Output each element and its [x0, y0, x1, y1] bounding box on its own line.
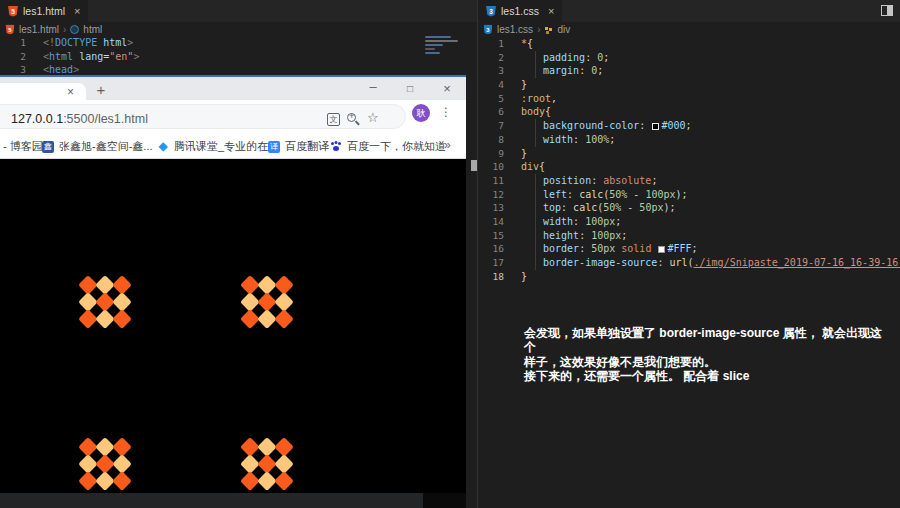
code-line[interactable]: 7background-color: #000; [478, 119, 900, 133]
left-breadcrumb: 5 les1.html › html [0, 22, 478, 36]
line-number: 17 [478, 256, 504, 270]
browser-titlebar[interactable]: × + – □ × [0, 77, 466, 100]
indent-guide [521, 133, 543, 147]
right-tab-bar: 3 les1.css × [478, 0, 900, 22]
line-number: 18 [478, 270, 504, 284]
split-editor-icon[interactable] [881, 5, 893, 16]
minimap[interactable] [425, 36, 463, 68]
breadcrumb-file[interactable]: les1.html [19, 24, 59, 35]
chevron-right-icon: › [63, 24, 66, 35]
browser-toolbar: 127.0.0.1:5500/les1.html 文 ☆ 耿 ⋮ [0, 100, 466, 133]
star-icon[interactable]: ☆ [367, 110, 379, 125]
scrollbar-thumb[interactable] [471, 160, 477, 171]
tab-les1-html[interactable]: 5 les1.html × [0, 0, 88, 22]
diamond [112, 471, 132, 491]
bookmark-label: 百度一下，你就知道 [347, 139, 446, 154]
chevron-right-icon: › [537, 24, 540, 35]
css-code-editor[interactable]: 1*{2padding: 0;3margin: 0;4}5:root,6body… [478, 37, 900, 287]
menu-dots-icon[interactable]: ⋮ [440, 105, 452, 119]
code-line[interactable]: 8width: 100%; [478, 133, 900, 147]
address-bar[interactable]: 127.0.0.1:5500/les1.html 文 ☆ [0, 104, 406, 129]
code-line[interactable]: 4} [478, 78, 900, 92]
bookmark-item[interactable]: 译百度翻译 [268, 139, 329, 154]
indent-guide [521, 51, 543, 65]
editor-divider[interactable] [477, 0, 478, 508]
tab-label: les1.html [23, 5, 65, 17]
line-number: 5 [478, 92, 504, 106]
code-line[interactable]: 17border-image-source: url(./img/Snipast… [478, 256, 900, 270]
annotation-line: 会发现，如果单独设置了 border-image-source 属性， 就会出现… [524, 326, 884, 355]
code-line[interactable]: 3margin: 0; [478, 64, 900, 78]
close-window-icon[interactable]: × [440, 79, 454, 99]
zoom-icon[interactable] [347, 113, 356, 122]
line-number: 4 [478, 78, 504, 92]
close-tab-icon[interactable]: × [67, 85, 74, 99]
close-tab-icon[interactable]: × [74, 5, 80, 17]
breadcrumb-symbol[interactable]: html [83, 24, 102, 35]
translate-icon[interactable]: 文 [327, 113, 340, 126]
indent-guide [521, 119, 543, 133]
bookmark-item[interactable]: 百度一下，你就知道 [330, 139, 446, 154]
tab-label: les1.css [501, 5, 539, 17]
code-line[interactable]: 12left: calc(50% - 100px); [478, 188, 900, 202]
indent-guide [521, 229, 543, 243]
line-number: 2 [478, 51, 504, 65]
horizontal-scrollbar[interactable] [0, 493, 423, 508]
maximize-icon[interactable]: □ [403, 79, 417, 99]
border-image-corner-cluster [78, 275, 132, 329]
code-line[interactable]: 1<!DOCTYPE html> [0, 36, 478, 50]
diamond [274, 471, 294, 491]
bookmark-item[interactable]: - 博客园 [3, 139, 43, 154]
left-code-editor[interactable]: 1<!DOCTYPE html>2<html lang="en">3<head> [0, 36, 478, 78]
html-file-icon: 5 [8, 6, 18, 17]
new-tab-button[interactable]: + [92, 81, 110, 99]
breadcrumb-symbol[interactable]: div [557, 24, 570, 35]
browser-window: × + – □ × 127.0.0.1:5500/les1.html 文 ☆ 耿… [0, 75, 466, 508]
code-line[interactable]: 2padding: 0; [478, 51, 900, 65]
url-text[interactable]: 127.0.0.1:5500/les1.html [11, 112, 148, 126]
code-line[interactable]: 9} [478, 147, 900, 161]
line-number: 1 [0, 36, 26, 50]
code-line[interactable]: 2<html lang="en"> [0, 50, 478, 64]
code-line[interactable]: 18} [478, 270, 900, 284]
fanyi-favicon-icon: 译 [268, 141, 280, 153]
code-line[interactable]: 15height: 100px; [478, 229, 900, 243]
code-line[interactable]: 10div{ [478, 160, 900, 174]
code-line[interactable]: 5:root, [478, 92, 900, 106]
diamond [112, 309, 132, 329]
zxx-favicon-icon: 鑫 [42, 141, 54, 153]
code-line[interactable]: 14width: 100px; [478, 215, 900, 229]
bookmark-label: 百度翻译 [285, 139, 329, 154]
bookmark-item[interactable]: 鑫张鑫旭-鑫空间-鑫... [42, 139, 153, 154]
color-swatch[interactable] [652, 123, 659, 130]
avatar[interactable]: 耿 [412, 104, 430, 122]
code-line[interactable]: 1*{ [478, 37, 900, 51]
line-number: 13 [478, 201, 504, 215]
code-line[interactable]: 16border: 50px solid #FFF; [478, 242, 900, 256]
line-number: 12 [478, 188, 504, 202]
right-breadcrumb: 3 les1.css › div [478, 22, 900, 36]
bookmark-label: 张鑫旭-鑫空间-鑫... [59, 139, 153, 154]
bookmarks-bar: » - 博客园鑫张鑫旭-鑫空间-鑫...◆腾讯课堂_专业的在...译百度翻译百度… [0, 133, 466, 159]
right-editor-pane: 3 les1.css × 3 les1.css › div 1*{2paddin… [478, 0, 900, 508]
indent-guide [521, 201, 543, 215]
left-tab-bar: 5 les1.html × [0, 0, 478, 22]
color-swatch[interactable] [658, 246, 665, 253]
code-line[interactable]: 11position: absolute; [478, 174, 900, 188]
close-tab-icon[interactable]: × [548, 5, 554, 17]
line-number: 7 [478, 119, 504, 133]
annotation-text: 会发现，如果单独设置了 border-image-source 属性， 就会出现… [524, 326, 884, 383]
line-number: 6 [478, 105, 504, 119]
bookmark-item[interactable]: ◆腾讯课堂_专业的在... [157, 139, 277, 154]
css-file-icon: 3 [484, 24, 493, 34]
breadcrumb-file[interactable]: les1.css [497, 24, 533, 35]
annotation-line: 样子，这效果好像不是我们想要的。 [524, 355, 884, 369]
indent-guide [521, 242, 543, 256]
tab-les1-css[interactable]: 3 les1.css × [478, 0, 562, 22]
minimize-icon[interactable]: – [366, 79, 380, 99]
bookmark-label: 腾讯课堂_专业的在... [174, 139, 277, 154]
baidu-favicon-icon [330, 141, 342, 153]
code-line[interactable]: 6body{ [478, 105, 900, 119]
indent-guide [521, 188, 543, 202]
code-line[interactable]: 13top: calc(50% - 50px); [478, 201, 900, 215]
